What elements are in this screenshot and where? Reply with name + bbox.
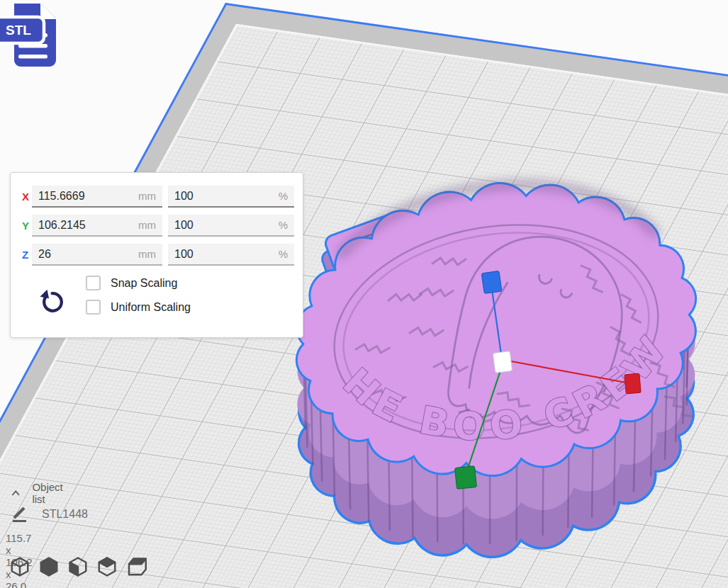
uniform-scaling-label[interactable]: Uniform Scaling — [111, 301, 191, 314]
object-list-header[interactable]: Object list — [11, 481, 66, 505]
scale-handle-z[interactable] — [481, 271, 502, 293]
scale-z-mm-input[interactable] — [38, 248, 138, 261]
view-front-button[interactable] — [38, 556, 60, 579]
scale-y-percent-input[interactable] — [174, 219, 279, 232]
scale-z-percent-field: % — [168, 244, 294, 266]
scale-y-mm-field: mm — [32, 215, 162, 237]
mm-unit-label: mm — [138, 248, 156, 260]
percent-unit-label: % — [279, 190, 288, 202]
view-top-cube-icon — [67, 556, 89, 577]
camera-view-buttons — [9, 556, 147, 579]
snap-scaling-checkbox[interactable] — [86, 276, 101, 290]
stl-file-icon[interactable]: STL — [0, 0, 68, 72]
axis-x-label: X — [19, 191, 32, 203]
scale-tool-panel: X mm % Y mm % Z mm % — [10, 172, 303, 338]
scale-handle-x[interactable] — [625, 373, 641, 394]
view-front-cube-icon — [38, 556, 60, 577]
reset-scale-button[interactable] — [36, 284, 67, 318]
axis-y-label: Y — [19, 220, 32, 232]
object-name: STL1448 — [42, 508, 88, 521]
scale-x-percent-input[interactable] — [174, 190, 279, 203]
view-left-button[interactable] — [96, 556, 118, 579]
uniform-scaling-checkbox[interactable] — [86, 300, 101, 315]
view-3d-cube-icon — [9, 556, 30, 577]
scale-y-percent-field: % — [168, 215, 294, 237]
mm-unit-label: mm — [138, 190, 156, 202]
scale-z-mm-field: mm — [32, 244, 162, 266]
scale-handle-center[interactable] — [493, 351, 512, 373]
scale-x-mm-input[interactable] — [38, 190, 138, 203]
scale-handle-y[interactable] — [455, 466, 477, 490]
axis-z-label: Z — [19, 249, 32, 261]
object-list-title: Object list — [32, 481, 66, 505]
scale-x-percent-field: % — [168, 186, 294, 208]
view-left-cube-icon — [96, 556, 118, 577]
object-list-item[interactable]: STL1448 — [11, 506, 88, 523]
stl-badge-label: STL — [6, 23, 31, 38]
view-right-button[interactable] — [125, 556, 147, 579]
view-3d-button[interactable] — [9, 556, 30, 579]
view-right-cube-icon — [125, 556, 147, 577]
view-top-button[interactable] — [67, 556, 89, 579]
chevron-up-icon — [11, 489, 20, 497]
scale-x-mm-field: mm — [32, 186, 162, 208]
reset-arrow-icon — [38, 286, 65, 315]
percent-unit-label: % — [279, 248, 288, 260]
snap-scaling-label[interactable]: Snap Scaling — [111, 277, 177, 290]
mm-unit-label: mm — [138, 219, 156, 231]
pencil-icon — [11, 506, 28, 523]
scale-z-percent-input[interactable] — [174, 248, 279, 261]
scale-y-mm-input[interactable] — [38, 219, 138, 232]
percent-unit-label: % — [279, 219, 288, 231]
